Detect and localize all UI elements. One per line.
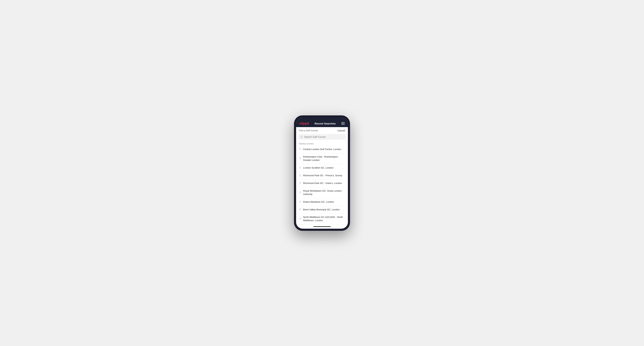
search-input[interactable]: [304, 136, 344, 138]
course-name: Dukes Meadows GC, London: [303, 200, 334, 204]
svg-point-9: [300, 209, 300, 209]
pin-icon: [299, 148, 301, 151]
phone-frame: clippd Recent Searches Find a Golf Cours…: [294, 115, 350, 231]
course-name: North Middlesex GC (1011942 - North Midd…: [303, 216, 345, 222]
pin-icon: [299, 200, 301, 203]
list-item[interactable]: Central London Golf Centre, London: [296, 146, 348, 153]
course-name: Richmond Park GC - Duke's, London: [303, 182, 342, 185]
phone-screen: clippd Recent Searches Find a Golf Cours…: [296, 118, 348, 229]
course-name: Richmond Park GC - Prince's, Surrey: [303, 174, 342, 177]
svg-point-5: [300, 175, 300, 175]
search-icon: [300, 136, 303, 138]
cancel-button[interactable]: Cancel: [338, 129, 345, 132]
svg-point-2: [300, 149, 300, 149]
list-item[interactable]: Richmond Park GC - Duke's, London: [296, 179, 348, 187]
status-bar: [296, 118, 348, 120]
pin-icon: [299, 157, 301, 160]
main-content: Find a Golf Course Cancel Nearby courses: [296, 127, 348, 225]
svg-point-10: [300, 218, 300, 219]
list-item[interactable]: Brent Valley Municipal GC, London: [296, 206, 348, 214]
pin-icon: [299, 208, 301, 211]
menu-icon[interactable]: [341, 122, 345, 125]
home-indicator: [296, 225, 348, 229]
app-logo: clippd: [299, 122, 309, 125]
svg-point-7: [300, 192, 300, 192]
list-item[interactable]: Richmond Park GC - Prince's, Surrey: [296, 172, 348, 179]
search-container: [296, 133, 348, 142]
pin-icon: [299, 174, 301, 177]
list-item[interactable]: Royal Wimbledon GC, Great London Authori…: [296, 187, 348, 198]
svg-point-6: [300, 182, 300, 183]
svg-line-1: [302, 137, 302, 138]
nav-title: Recent Searches: [315, 122, 336, 125]
course-list: Central London Golf Centre, London Roeha…: [296, 146, 348, 225]
svg-point-3: [300, 158, 300, 159]
list-item[interactable]: North Middlesex GC (1011942 - North Midd…: [296, 213, 348, 224]
list-item[interactable]: London Scottish GC, London: [296, 164, 348, 172]
nearby-label: Nearby courses: [296, 142, 348, 146]
course-name: Central London Golf Centre, London: [303, 148, 341, 151]
find-label: Find a Golf Course: [299, 129, 318, 132]
svg-point-8: [300, 201, 300, 202]
course-name: Brent Valley Municipal GC, London: [303, 208, 340, 211]
nav-bar: clippd Recent Searches: [296, 120, 348, 127]
list-item[interactable]: Dukes Meadows GC, London: [296, 198, 348, 206]
course-name: London Scottish GC, London: [303, 166, 334, 170]
svg-point-4: [300, 167, 300, 168]
course-name: Royal Wimbledon GC, Great London Authori…: [303, 189, 345, 196]
search-wrapper[interactable]: [298, 134, 346, 140]
pin-icon: [299, 182, 301, 185]
pin-icon: [299, 191, 301, 194]
pin-icon: [299, 217, 301, 220]
home-bar: [313, 226, 331, 227]
pin-icon: [299, 167, 301, 170]
course-name: Roehampton Club - Roehampton, Greater Lo…: [303, 155, 345, 162]
list-item[interactable]: Roehampton Club - Roehampton, Greater Lo…: [296, 153, 348, 164]
find-bar: Find a Golf Course Cancel: [296, 127, 348, 133]
